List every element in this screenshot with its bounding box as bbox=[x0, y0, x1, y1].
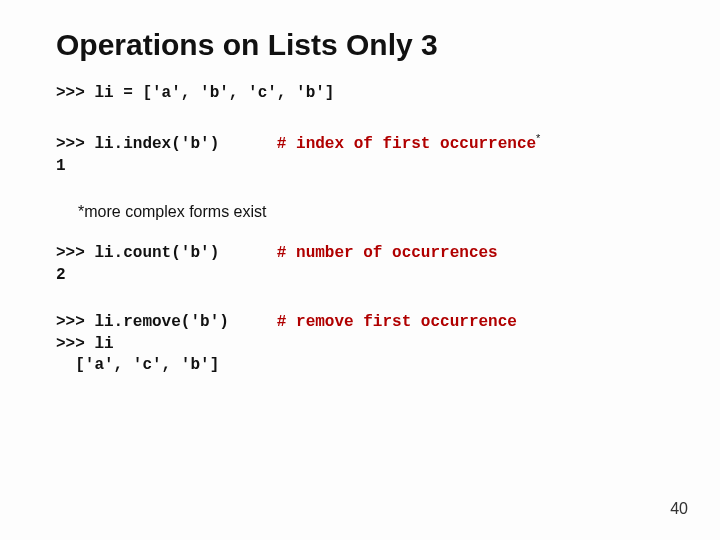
footnote-mark: * bbox=[536, 132, 540, 144]
footnote-text: *more complex forms exist bbox=[78, 203, 664, 221]
code-line: >>> li.index('b') bbox=[56, 135, 219, 153]
code-line: >>> li bbox=[56, 335, 114, 353]
code-line: >>> li.count('b') bbox=[56, 244, 219, 262]
code-block-count: >>> li.count('b') # number of occurrence… bbox=[56, 243, 664, 286]
comment-text: remove first occurrence bbox=[296, 313, 517, 331]
code-output: 2 bbox=[56, 266, 66, 284]
code-block-assign: >>> li = ['a', 'b', 'c', 'b'] bbox=[56, 83, 664, 105]
page-number: 40 bbox=[670, 500, 688, 518]
comment-prefix: # bbox=[229, 313, 296, 331]
code-block-index: >>> li.index('b') # index of first occur… bbox=[56, 131, 664, 178]
code-comment: # index of first occurrence bbox=[219, 135, 536, 153]
slide: Operations on Lists Only 3 >>> li = ['a'… bbox=[0, 0, 720, 540]
code-comment: # number of occurrences bbox=[219, 244, 497, 262]
comment-text: number of occurrences bbox=[296, 244, 498, 262]
code-comment: # remove first occurrence bbox=[229, 313, 517, 331]
code-line: >>> li.remove('b') bbox=[56, 313, 229, 331]
page-title: Operations on Lists Only 3 bbox=[56, 28, 664, 61]
code-line: >>> li = ['a', 'b', 'c', 'b'] bbox=[56, 84, 334, 102]
comment-text: index of first occurrence bbox=[296, 135, 536, 153]
code-output: 1 bbox=[56, 157, 66, 175]
code-block-remove: >>> li.remove('b') # remove first occurr… bbox=[56, 312, 664, 377]
comment-prefix: # bbox=[219, 244, 296, 262]
comment-prefix: # bbox=[219, 135, 296, 153]
code-output: ['a', 'c', 'b'] bbox=[56, 356, 219, 374]
